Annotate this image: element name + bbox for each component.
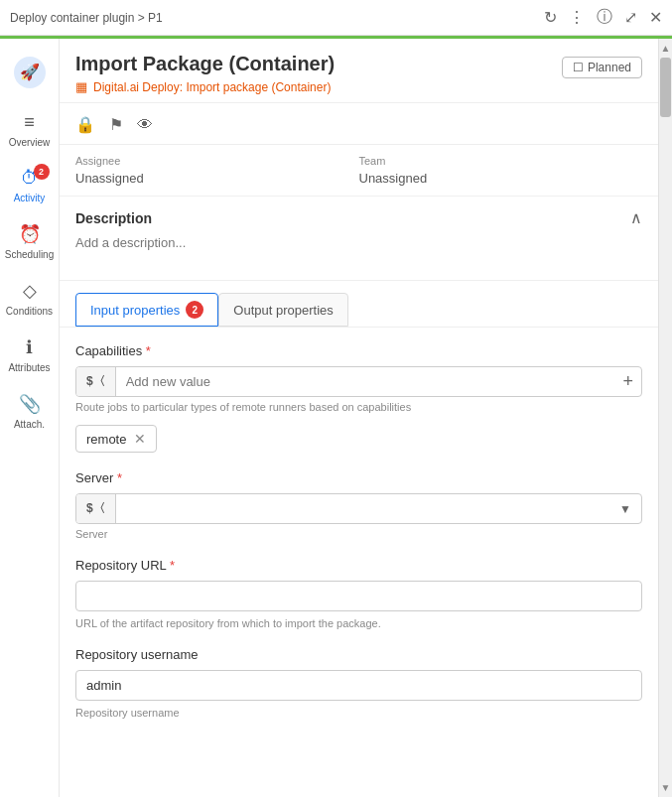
refresh-icon[interactable]: ↻: [544, 8, 557, 27]
conditions-icon: ◇: [23, 280, 37, 302]
eye-icon[interactable]: 👁: [137, 116, 153, 134]
sidebar-item-attributes[interactable]: ℹ Attributes: [0, 327, 60, 383]
svg-text:🚀: 🚀: [20, 63, 40, 81]
server-group: Server * $〈 ▼ Server: [75, 470, 642, 540]
add-capability-button[interactable]: +: [614, 371, 641, 392]
description-input[interactable]: [75, 235, 642, 265]
tabs-container: Input properties 2 Output properties: [60, 281, 658, 328]
server-label: Server *: [75, 470, 642, 485]
scroll-track[interactable]: [659, 58, 672, 778]
sidebar: 🚀 ≡ Overview 2 ⏱ Activity ⏰ Scheduling ◇…: [0, 39, 60, 797]
close-icon[interactable]: ✕: [649, 8, 662, 27]
team-col: Team Unassigned: [359, 155, 643, 186]
capabilities-hint: Route jobs to particular types of remote…: [75, 401, 642, 413]
scroll-down-button[interactable]: ▼: [659, 778, 672, 797]
page-header: Import Package (Container) ▦ Digital.ai …: [60, 39, 658, 103]
form-content: Capabilities * $〈 + Route jobs to partic…: [60, 328, 658, 752]
activity-badge: 2: [34, 164, 50, 180]
capabilities-input[interactable]: [116, 367, 615, 396]
title-bar: Deploy container plugin > P1 ↻ ⋮ ⓘ ⤢ ✕: [0, 0, 672, 36]
server-hint: Server: [75, 528, 642, 540]
status-badge[interactable]: ☐ Planned: [562, 57, 642, 78]
flag-icon[interactable]: ⚑: [109, 115, 123, 134]
repository-username-label: Repository username: [75, 647, 642, 662]
page-subtitle: ▦ Digital.ai Deploy: Import package (Con…: [75, 79, 335, 94]
subtitle-icon: ▦: [75, 79, 87, 94]
page-title: Import Package (Container): [75, 53, 335, 75]
repository-username-input[interactable]: [75, 670, 642, 701]
expand-icon[interactable]: ⤢: [624, 8, 637, 27]
server-select[interactable]: [116, 494, 609, 523]
attach-icon: 📎: [19, 393, 41, 415]
sidebar-item-conditions[interactable]: ◇ Conditions: [0, 270, 60, 327]
var-button[interactable]: $〈: [76, 367, 116, 396]
capabilities-group: Capabilities * $〈 + Route jobs to partic…: [75, 343, 642, 453]
input-tab-badge: 2: [186, 301, 203, 319]
description-title: Description: [75, 210, 152, 226]
scheduling-icon: ⏰: [19, 223, 41, 245]
lock-icon[interactable]: 🔒: [75, 115, 95, 134]
sidebar-item-scheduling[interactable]: ⏰ Scheduling: [0, 213, 60, 270]
attributes-icon: ℹ: [26, 336, 33, 358]
breadcrumb: Deploy container plugin > P1: [10, 11, 163, 25]
repository-username-group: Repository username Repository username: [75, 647, 642, 719]
description-header: Description ∧: [75, 208, 642, 227]
dropdown-arrow-icon: ▼: [609, 502, 641, 516]
capabilities-row: $〈 +: [75, 366, 642, 397]
page-header-wrap: Import Package (Container) ▦ Digital.ai …: [60, 39, 658, 103]
info-icon[interactable]: ⓘ: [597, 7, 612, 28]
main-layout: 🚀 ≡ Overview 2 ⏱ Activity ⏰ Scheduling ◇…: [0, 39, 672, 797]
repository-url-group: Repository URL * URL of the artifact rep…: [75, 558, 642, 629]
assign-section: Assignee Unassigned Team Unassigned: [60, 145, 658, 197]
capabilities-label: Capabilities *: [75, 343, 642, 358]
repository-url-hint: URL of the artifact repository from whic…: [75, 617, 642, 629]
repository-username-hint: Repository username: [75, 707, 642, 719]
collapse-icon[interactable]: ∧: [630, 208, 642, 227]
remove-tag-remote[interactable]: ✕: [134, 431, 146, 447]
main-content: Import Package (Container) ▦ Digital.ai …: [60, 39, 658, 797]
app-logo: 🚀: [12, 55, 48, 90]
description-section: Description ∧: [60, 197, 658, 281]
status-icon: ☐: [573, 61, 584, 74]
scroll-up-button[interactable]: ▲: [659, 39, 672, 58]
sidebar-item-attach[interactable]: 📎 Attach.: [0, 383, 60, 440]
server-row: $〈 ▼: [75, 493, 642, 524]
title-bar-actions: ↻ ⋮ ⓘ ⤢ ✕: [544, 7, 662, 28]
repository-url-label: Repository URL *: [75, 558, 642, 573]
tab-input-properties[interactable]: Input properties 2: [75, 293, 218, 327]
server-var-button[interactable]: $〈: [76, 494, 116, 523]
tabs-row: Input properties 2 Output properties: [75, 293, 642, 327]
tab-output-properties[interactable]: Output properties: [218, 293, 347, 327]
scrollbar: ▲ ▼: [658, 39, 672, 797]
sidebar-item-activity[interactable]: 2 ⏱ Activity: [0, 158, 60, 213]
more-icon[interactable]: ⋮: [569, 8, 585, 27]
repository-url-input[interactable]: [75, 581, 642, 611]
overview-icon: ≡: [24, 112, 35, 133]
capability-tag-remote: remote ✕: [75, 425, 157, 453]
assignee-col: Assignee Unassigned: [75, 155, 359, 186]
action-icons-row: 🔒 ⚑ 👁: [60, 103, 658, 145]
scroll-thumb[interactable]: [660, 58, 671, 117]
sidebar-item-overview[interactable]: ≡ Overview: [0, 102, 60, 158]
